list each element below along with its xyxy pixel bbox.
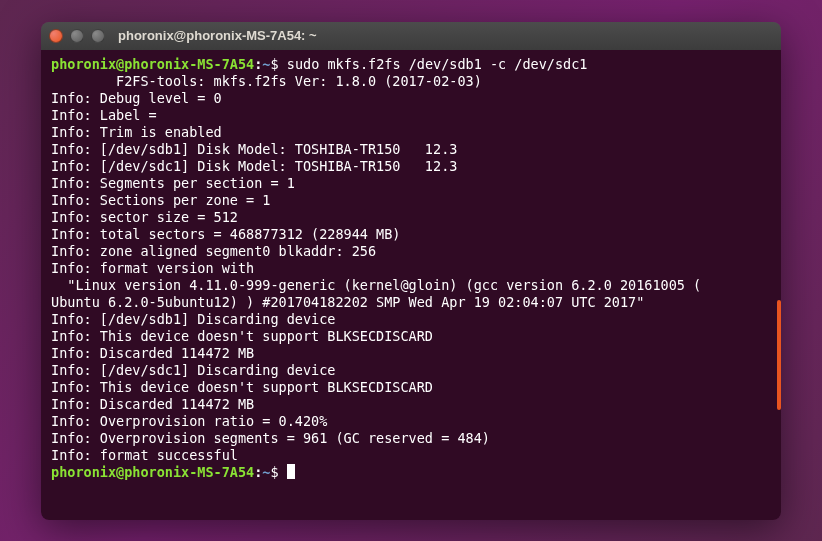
output-line: Info: Discarded 114472 MB [51, 345, 771, 362]
output-line: Info: [/dev/sdb1] Discarding device [51, 311, 771, 328]
output-line: Info: Discarded 114472 MB [51, 396, 771, 413]
window-title: phoronix@phoronix-MS-7A54: ~ [118, 28, 317, 43]
output-line: Info: Overprovision ratio = 0.420% [51, 413, 771, 430]
prompt-line-1: phoronix@phoronix-MS-7A54:~$ sudo mkfs.f… [51, 56, 771, 73]
scrollbar-thumb[interactable] [777, 300, 781, 410]
terminal-output: F2FS-tools: mkfs.f2fs Ver: 1.8.0 (2017-0… [51, 73, 771, 464]
output-line: Info: zone aligned segment0 blkaddr: 256 [51, 243, 771, 260]
terminal-body[interactable]: phoronix@phoronix-MS-7A54:~$ sudo mkfs.f… [41, 50, 781, 520]
output-line: Info: Sections per zone = 1 [51, 192, 771, 209]
close-icon[interactable] [49, 29, 63, 43]
maximize-icon[interactable] [91, 29, 105, 43]
prompt-line-2: phoronix@phoronix-MS-7A54:~$ [51, 464, 771, 481]
output-line: Info: Trim is enabled [51, 124, 771, 141]
prompt-user: phoronix@phoronix-MS-7A54 [51, 464, 254, 480]
output-line: Info: This device doesn't support BLKSEC… [51, 379, 771, 396]
output-line: Info: Overprovision segments = 961 (GC r… [51, 430, 771, 447]
output-line: Info: This device doesn't support BLKSEC… [51, 328, 771, 345]
output-line: F2FS-tools: mkfs.f2fs Ver: 1.8.0 (2017-0… [51, 73, 771, 90]
output-line: Info: format version with [51, 260, 771, 277]
prompt-dollar: $ [270, 464, 278, 480]
prompt-dollar: $ [270, 56, 278, 72]
cursor-icon [287, 464, 295, 479]
output-line: Info: Segments per section = 1 [51, 175, 771, 192]
output-line: Info: [/dev/sdc1] Disk Model: TOSHIBA-TR… [51, 158, 771, 175]
output-line: Info: [/dev/sdb1] Disk Model: TOSHIBA-TR… [51, 141, 771, 158]
command-text: sudo mkfs.f2fs /dev/sdb1 -c /dev/sdc1 [287, 56, 588, 72]
output-line: "Linux version 4.11.0-999-generic (kerne… [51, 277, 771, 294]
output-line: Ubuntu 6.2.0-5ubuntu12) ) #201704182202 … [51, 294, 771, 311]
output-line: Info: total sectors = 468877312 (228944 … [51, 226, 771, 243]
output-line: Info: Label = [51, 107, 771, 124]
terminal-window: phoronix@phoronix-MS-7A54: ~ phoronix@ph… [41, 22, 781, 520]
prompt-user: phoronix@phoronix-MS-7A54 [51, 56, 254, 72]
minimize-icon[interactable] [70, 29, 84, 43]
output-line: Info: [/dev/sdc1] Discarding device [51, 362, 771, 379]
output-line: Info: Debug level = 0 [51, 90, 771, 107]
output-line: Info: format successful [51, 447, 771, 464]
output-line: Info: sector size = 512 [51, 209, 771, 226]
titlebar[interactable]: phoronix@phoronix-MS-7A54: ~ [41, 22, 781, 50]
